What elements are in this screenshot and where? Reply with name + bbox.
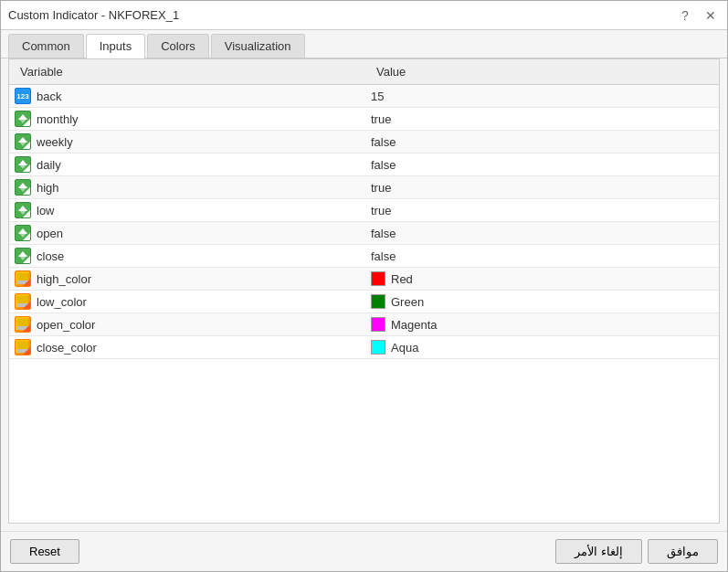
table-row[interactable]: open_colorMagenta bbox=[9, 313, 719, 336]
table-row[interactable]: weeklyfalse bbox=[9, 131, 719, 154]
var-name: open_color bbox=[37, 318, 95, 332]
bool-icon bbox=[15, 179, 31, 196]
val-cell-close: false bbox=[365, 248, 719, 265]
var-value: Green bbox=[391, 295, 424, 309]
svg-marker-21 bbox=[17, 349, 28, 353]
var-value: true bbox=[371, 181, 391, 195]
var-name: close bbox=[37, 249, 64, 263]
val-cell-weekly: false bbox=[365, 133, 719, 151]
color-swatch bbox=[371, 317, 385, 332]
color-icon bbox=[15, 270, 31, 287]
var-cell-weekly: weekly bbox=[9, 132, 365, 152]
table-row[interactable]: lowtrue bbox=[9, 199, 719, 222]
svg-marker-19 bbox=[17, 326, 28, 330]
bool-icon bbox=[15, 111, 31, 127]
table-row[interactable]: closefalse bbox=[9, 245, 719, 268]
table-row[interactable]: 123back15 bbox=[9, 85, 719, 108]
table-row[interactable]: dailyfalse bbox=[9, 154, 719, 176]
val-cell-low: true bbox=[365, 202, 719, 219]
svg-rect-14 bbox=[17, 273, 28, 281]
var-cell-high: high bbox=[9, 177, 365, 197]
bool-icon bbox=[15, 133, 31, 150]
var-cell-open_color: open_color bbox=[9, 314, 365, 334]
var-name: back bbox=[37, 90, 61, 103]
var-name: low bbox=[37, 204, 55, 217]
var-cell-close_color: close_color bbox=[9, 337, 365, 357]
footer-right: إلغاء الأمر موافق bbox=[555, 539, 718, 564]
col-value: Value bbox=[373, 63, 712, 80]
var-name: high_color bbox=[37, 272, 91, 286]
svg-marker-13 bbox=[18, 255, 27, 260]
tab-colors[interactable]: Colors bbox=[147, 34, 209, 58]
var-value: false bbox=[371, 249, 396, 263]
bool-icon bbox=[15, 156, 31, 173]
color-swatch bbox=[371, 340, 385, 355]
title-bar: Custom Indicator - NKFOREX_1 ? ✕ bbox=[1, 1, 727, 30]
bool-icon bbox=[15, 225, 31, 241]
svg-marker-1 bbox=[18, 118, 27, 123]
footer-left: Reset bbox=[10, 539, 79, 564]
var-value: false bbox=[371, 227, 396, 240]
title-controls: ? ✕ bbox=[676, 6, 720, 25]
table-row[interactable]: high_colorRed bbox=[9, 268, 719, 291]
tab-visualization[interactable]: Visualization bbox=[211, 34, 305, 58]
var-value: Magenta bbox=[391, 318, 438, 332]
var-cell-daily: daily bbox=[9, 154, 365, 175]
tab-bar: CommonInputsColorsVisualization bbox=[1, 30, 727, 58]
var-value: true bbox=[371, 204, 391, 217]
color-swatch bbox=[371, 294, 385, 309]
val-cell-high_color: Red bbox=[365, 270, 719, 288]
val-cell-monthly: true bbox=[365, 111, 719, 128]
cancel-button[interactable]: إلغاء الأمر bbox=[555, 539, 642, 564]
var-name: monthly bbox=[37, 112, 79, 126]
val-cell-open_color: Magenta bbox=[365, 315, 719, 334]
table-row[interactable]: monthlytrue bbox=[9, 108, 719, 131]
var-value: Aqua bbox=[391, 341, 418, 355]
var-value: Red bbox=[391, 272, 413, 286]
svg-rect-16 bbox=[17, 296, 28, 303]
val-cell-high: true bbox=[365, 179, 719, 196]
table-row[interactable]: hightrue bbox=[9, 176, 719, 199]
close-button[interactable]: ✕ bbox=[702, 6, 720, 25]
var-value: true bbox=[371, 112, 391, 126]
reset-button[interactable]: Reset bbox=[10, 539, 79, 564]
var-name: open bbox=[37, 227, 63, 240]
svg-marker-5 bbox=[18, 164, 27, 169]
int-icon: 123 bbox=[15, 88, 31, 104]
var-name: close_color bbox=[37, 341, 97, 355]
tab-inputs[interactable]: Inputs bbox=[86, 34, 145, 58]
ok-button[interactable]: موافق bbox=[648, 539, 718, 564]
help-button[interactable]: ? bbox=[676, 6, 694, 25]
val-cell-back: 15 bbox=[365, 88, 719, 105]
var-cell-low_color: low_color bbox=[9, 291, 365, 312]
dialog: Custom Indicator - NKFOREX_1 ? ✕ CommonI… bbox=[0, 0, 728, 572]
var-value: false bbox=[371, 135, 396, 149]
table-body: 123back15monthlytrueweeklyfalsedailyfals… bbox=[9, 85, 719, 523]
var-cell-low: low bbox=[9, 200, 365, 220]
bool-icon bbox=[15, 202, 31, 218]
col-variable: Variable bbox=[16, 63, 373, 80]
var-value: false bbox=[371, 158, 396, 172]
svg-marker-15 bbox=[17, 281, 28, 284]
svg-rect-20 bbox=[17, 342, 28, 349]
table-header: Variable Value bbox=[9, 59, 719, 85]
table-row[interactable]: close_colorAqua bbox=[9, 336, 719, 359]
table-row[interactable]: openfalse bbox=[9, 222, 719, 245]
table-row[interactable]: low_colorGreen bbox=[9, 291, 719, 313]
svg-marker-3 bbox=[18, 141, 27, 146]
var-name: daily bbox=[37, 158, 61, 172]
var-value: 15 bbox=[371, 90, 384, 103]
var-cell-close: close bbox=[9, 246, 365, 266]
var-cell-back: 123back bbox=[9, 86, 365, 106]
tab-common[interactable]: Common bbox=[8, 34, 84, 58]
var-cell-high_color: high_color bbox=[9, 269, 365, 289]
val-cell-daily: false bbox=[365, 156, 719, 174]
inputs-panel: Variable Value 123back15monthlytrueweekl… bbox=[8, 58, 720, 524]
val-cell-close_color: Aqua bbox=[365, 338, 719, 356]
var-name: weekly bbox=[37, 135, 73, 149]
svg-marker-9 bbox=[18, 209, 27, 215]
color-icon bbox=[15, 316, 31, 333]
color-icon bbox=[15, 339, 31, 355]
val-cell-open: false bbox=[365, 225, 719, 242]
var-name: low_color bbox=[37, 295, 87, 309]
